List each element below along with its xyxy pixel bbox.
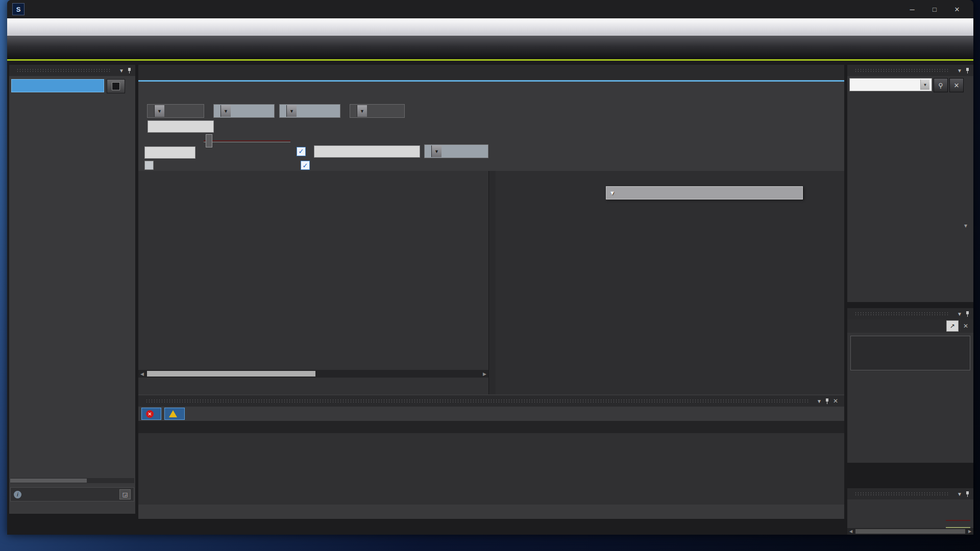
toolbox-panel: ▼ ▼ ⚲ ✕ ▼	[847, 65, 973, 302]
pin-icon[interactable]	[965, 68, 970, 73]
warnings-button[interactable]	[164, 408, 185, 420]
trigger-condition-dropdown[interactable]: ▼	[424, 144, 488, 158]
chevron-down-icon: ▼	[286, 105, 297, 117]
update-during-checkbox[interactable]: ✓	[301, 161, 310, 170]
build-columns	[138, 421, 844, 433]
title-bar: S ─□✕	[7, 0, 973, 18]
close-icon[interactable]: ✕	[833, 397, 838, 405]
app-window: S ─□✕ ▼ i ◲	[7, 0, 973, 535]
app-icon: S	[12, 3, 24, 15]
controller-view-icon	[112, 82, 120, 90]
sidebar-hscrollbar[interactable]	[10, 478, 134, 483]
filter-bar[interactable]: i ◲	[10, 487, 134, 502]
menu-bar	[7, 18, 973, 36]
trace-settings: ▼ ▼ ▼ ▼	[138, 102, 844, 171]
search-icon: ⚲	[938, 82, 943, 89]
search-button[interactable]: ⚲	[934, 78, 948, 92]
multiview-explorer: ▼ i ◲	[9, 65, 135, 514]
main-area: ▼ ▼ ▼ ▼	[138, 65, 844, 519]
slider-handle[interactable]	[206, 134, 212, 147]
toolbox-header: ▼	[847, 65, 973, 76]
document-tabbar	[138, 65, 844, 80]
pin-icon[interactable]	[965, 311, 970, 317]
pane-divider[interactable]	[488, 171, 496, 394]
controller-status-panel: ▼ ↗ ✕	[847, 308, 973, 463]
controller-name-box[interactable]	[11, 79, 104, 92]
toolbox-search-input[interactable]: ▼	[849, 78, 932, 91]
panel-collapse-icon[interactable]: ▼	[957, 491, 962, 497]
multiview-explorer-header: ▼	[9, 65, 135, 76]
errors-button[interactable]: ✕	[141, 408, 161, 420]
start-on-run-checkbox[interactable]	[144, 161, 154, 170]
scrollbar-thumb[interactable]	[855, 529, 965, 534]
scroll-right-icon[interactable]: ▶	[481, 371, 488, 377]
speed-slider-track[interactable]	[946, 520, 970, 521]
chevron-down-icon: ▼	[357, 105, 367, 117]
filter-expand-button[interactable]: ◲	[119, 489, 131, 499]
maximize-button[interactable]: □	[923, 2, 946, 17]
close-button[interactable]: ✕	[946, 2, 968, 17]
minimize-button[interactable]: ─	[901, 2, 923, 17]
scroll-left-icon[interactable]: ◀	[138, 371, 146, 377]
build-results	[138, 433, 844, 505]
samples-input[interactable]	[148, 120, 214, 133]
simulation-panel: ▼ ◀ ▶	[847, 488, 973, 535]
trace-no-dropdown[interactable]: ▼	[350, 104, 405, 118]
chevron-down-icon: ▼	[920, 80, 929, 90]
controller-status-header: ▼	[847, 308, 973, 319]
trace-toolbar	[138, 82, 844, 102]
pin-icon[interactable]	[965, 491, 970, 497]
panel-collapse-icon[interactable]: ▼	[119, 68, 124, 73]
panel-collapse-icon[interactable]: ▼	[817, 398, 822, 404]
trace-chart-pane: ▼	[496, 171, 844, 394]
cursor-marker-icon: ▼	[609, 190, 615, 196]
controller-status-box	[850, 336, 970, 370]
main-toolbar	[7, 36, 973, 59]
warning-icon	[169, 410, 177, 417]
panel-collapse-icon[interactable]: ▼	[957, 68, 962, 73]
clear-search-button[interactable]: ✕	[949, 78, 964, 92]
info-icon: i	[14, 491, 21, 498]
chart-tooltip: ▼	[606, 186, 803, 199]
chevron-down-icon: ▼	[220, 105, 231, 117]
post-trigger-value[interactable]	[144, 146, 195, 159]
scroll-right-icon[interactable]: ▶	[966, 529, 973, 534]
pin-icon[interactable]	[825, 398, 830, 404]
trigger-variable-input[interactable]	[314, 145, 420, 158]
scrollbar-thumb[interactable]	[10, 479, 87, 483]
interval-dropdown[interactable]: ▼	[213, 104, 275, 118]
trace-chart[interactable]	[496, 185, 844, 392]
trace-type-dropdown[interactable]: ▼	[147, 104, 204, 118]
chevron-down-icon: ▼	[431, 145, 442, 157]
toolbox-expand-icon[interactable]: ▼	[963, 223, 968, 229]
simulation-header: ▼	[847, 488, 973, 499]
trace-variable-pane: ◀ ▶	[138, 171, 488, 394]
trigger-enable-checkbox[interactable]: ✓	[297, 147, 306, 156]
build-toolbar: ✕	[138, 407, 844, 421]
controller-status-subbar: ↗ ✕	[847, 319, 973, 333]
error-icon: ✕	[146, 410, 154, 418]
expand-icon[interactable]: ↗	[946, 320, 959, 332]
window-controls: ─□✕	[901, 2, 968, 17]
task-dropdown[interactable]: ▼	[279, 104, 340, 118]
close-icon[interactable]: ✕	[960, 321, 971, 331]
panel-collapse-icon[interactable]: ▼	[957, 311, 962, 317]
build-panel-header: ▼ ✕	[138, 395, 844, 407]
right-column: ▼ ▼ ⚲ ✕ ▼ ▼	[847, 65, 973, 535]
table-hscrollbar[interactable]: ◀ ▶	[138, 370, 488, 378]
pin-icon[interactable]	[127, 68, 132, 73]
chevron-down-icon: ▼	[154, 105, 164, 117]
simulation-hscrollbar[interactable]: ◀ ▶	[847, 528, 973, 535]
controller-view-button[interactable]	[107, 79, 125, 93]
scroll-left-icon[interactable]: ◀	[847, 529, 854, 534]
close-icon: ✕	[954, 82, 960, 89]
scrollbar-thumb[interactable]	[147, 371, 315, 377]
